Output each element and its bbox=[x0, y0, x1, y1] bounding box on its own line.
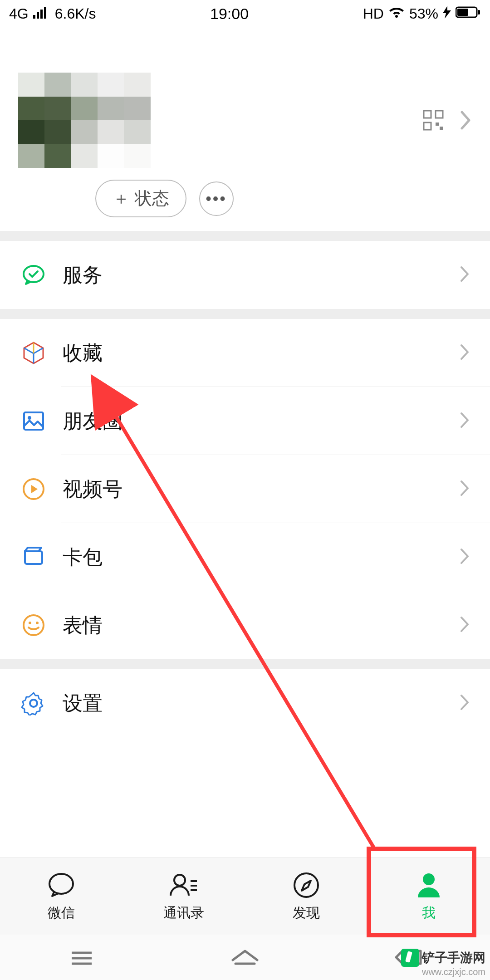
tab-me[interactable]: 我 bbox=[368, 858, 490, 935]
svg-rect-5 bbox=[457, 9, 468, 16]
nav-menu-button[interactable] bbox=[66, 946, 98, 969]
svg-rect-8 bbox=[436, 111, 443, 118]
svg-rect-2 bbox=[40, 10, 43, 19]
svg-rect-6 bbox=[478, 10, 480, 15]
chevron-right-icon bbox=[460, 265, 470, 284]
menu-label: 表情 bbox=[63, 612, 460, 639]
chevron-right-icon bbox=[459, 109, 472, 131]
avatar[interactable] bbox=[18, 73, 177, 168]
battery-icon bbox=[456, 5, 481, 22]
compass-icon bbox=[291, 870, 321, 900]
cube-icon bbox=[20, 340, 47, 366]
chat-bubble-icon bbox=[46, 870, 76, 900]
signal-icon bbox=[33, 5, 50, 22]
status-button[interactable]: ＋ 状态 bbox=[95, 180, 186, 217]
more-button-label: ••• bbox=[206, 189, 227, 208]
chevron-right-icon bbox=[460, 343, 470, 363]
profile-section[interactable]: ＋ 状态 ••• bbox=[0, 27, 490, 231]
tab-contacts[interactable]: 通讯录 bbox=[122, 858, 245, 935]
menu-stickers[interactable]: 表情 bbox=[0, 591, 490, 659]
watermark-url: www.czjxjc.com bbox=[422, 967, 485, 977]
svg-rect-10 bbox=[436, 122, 439, 126]
chevron-right-icon bbox=[460, 480, 470, 499]
chevron-right-icon bbox=[460, 616, 470, 635]
svg-rect-11 bbox=[440, 127, 443, 130]
svg-rect-0 bbox=[33, 15, 35, 19]
tab-discover[interactable]: 发现 bbox=[245, 858, 368, 935]
svg-point-17 bbox=[29, 622, 31, 624]
watermark: 铲子手游网 www.czjxjc.com bbox=[397, 946, 490, 980]
bottom-tab-bar: 微信 通讯录 发现 我 bbox=[0, 858, 490, 935]
tab-label: 我 bbox=[422, 904, 436, 922]
menu-label: 设置 bbox=[63, 690, 460, 717]
qr-code-icon[interactable] bbox=[423, 110, 444, 131]
speed-label: 6.6K/s bbox=[55, 5, 96, 22]
svg-point-21 bbox=[174, 875, 185, 886]
tab-label: 发现 bbox=[293, 904, 320, 922]
svg-point-18 bbox=[36, 622, 39, 624]
svg-point-14 bbox=[28, 416, 31, 420]
play-circle-icon bbox=[20, 476, 47, 502]
menu-services[interactable]: 服务 bbox=[0, 241, 490, 309]
svg-point-26 bbox=[423, 873, 435, 885]
chevron-right-icon bbox=[460, 548, 470, 567]
menu-settings[interactable]: 设置 bbox=[0, 669, 490, 737]
gear-icon bbox=[20, 690, 47, 716]
menu-label: 视频号 bbox=[63, 476, 460, 503]
services-icon bbox=[20, 262, 47, 288]
status-bar: 4G 6.6K/s 19:00 HD 53% bbox=[0, 0, 490, 27]
charging-icon bbox=[443, 5, 451, 22]
battery-label: 53% bbox=[409, 5, 438, 22]
svg-rect-9 bbox=[424, 122, 431, 130]
svg-point-12 bbox=[24, 266, 44, 282]
clock: 19:00 bbox=[210, 5, 249, 23]
more-button[interactable]: ••• bbox=[199, 181, 234, 216]
chevron-right-icon bbox=[460, 412, 470, 431]
tab-label: 通讯录 bbox=[163, 904, 204, 922]
svg-point-19 bbox=[30, 700, 37, 707]
menu-label: 收藏 bbox=[63, 340, 460, 367]
chevron-right-icon bbox=[460, 694, 470, 713]
svg-rect-13 bbox=[24, 412, 43, 430]
wallet-icon bbox=[20, 544, 47, 570]
status-button-label: ＋ 状态 bbox=[113, 187, 169, 210]
menu-cards[interactable]: 卡包 bbox=[0, 523, 490, 591]
tab-wechat[interactable]: 微信 bbox=[0, 858, 122, 935]
network-label: 4G bbox=[9, 5, 29, 22]
svg-rect-3 bbox=[44, 7, 46, 19]
smile-icon bbox=[20, 612, 47, 638]
svg-rect-7 bbox=[424, 111, 431, 118]
picture-icon bbox=[20, 408, 47, 434]
svg-point-20 bbox=[49, 874, 73, 894]
svg-rect-1 bbox=[37, 12, 39, 19]
menu-channels[interactable]: 视频号 bbox=[0, 455, 490, 523]
menu-label: 卡包 bbox=[63, 544, 460, 571]
menu-label: 朋友圈 bbox=[63, 408, 460, 435]
menu-moments[interactable]: 朋友圈 bbox=[0, 387, 490, 455]
menu-label: 服务 bbox=[63, 262, 460, 289]
svg-point-25 bbox=[294, 873, 318, 897]
watermark-brand: 铲子手游网 bbox=[422, 949, 485, 966]
menu-favorites[interactable]: 收藏 bbox=[0, 319, 490, 387]
contacts-icon bbox=[169, 870, 199, 900]
hd-label: HD bbox=[363, 5, 384, 22]
wifi-icon bbox=[388, 5, 405, 22]
svg-point-16 bbox=[24, 615, 44, 635]
tab-label: 微信 bbox=[48, 904, 75, 922]
person-icon bbox=[414, 870, 444, 900]
nav-home-button[interactable] bbox=[229, 946, 261, 969]
